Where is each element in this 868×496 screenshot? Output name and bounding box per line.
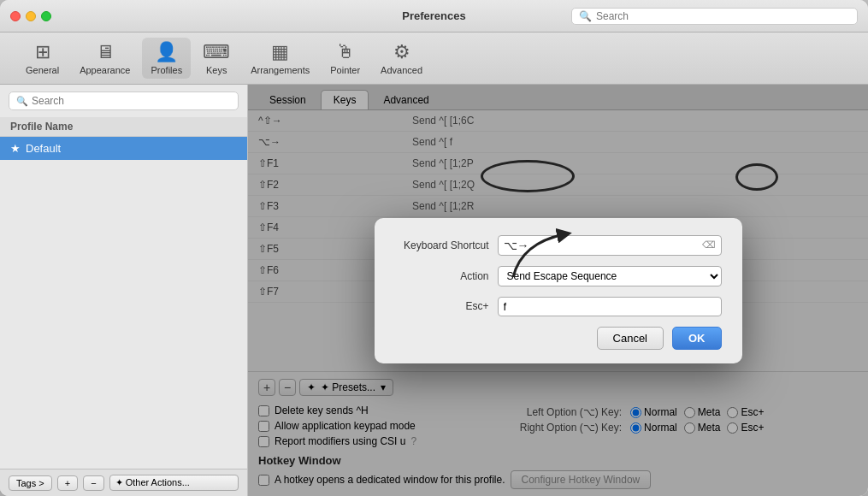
close-button[interactable] [10,11,21,21]
modal-overlay: Keyboard Shortcut ⌥→ ⌫ Action Send Escap… [248,85,868,496]
modal-clear-button[interactable]: ⌫ [702,239,716,251]
modal-shortcut-label: Keyboard Shortcut [395,239,489,251]
sidebar-search-input[interactable] [32,95,231,107]
modal-ok-button[interactable]: OK [672,327,722,350]
toolbar-label-profiles: Profiles [151,65,182,75]
search-icon: 🔍 [579,10,592,22]
minimize-button[interactable] [26,11,36,21]
sidebar-footer: Tags > + − ✦ Other Actions... [0,469,247,496]
toolbar-item-arrangements[interactable]: ▦ Arrangements [242,38,318,79]
toolbar-label-advanced: Advanced [381,65,422,75]
sidebar-search-icon: 🔍 [16,96,28,107]
modal-shortcut-row: Keyboard Shortcut ⌥→ ⌫ [395,235,722,256]
sidebar: 🔍 Profile Name ★ Default Tags > + − ✦ Ot… [0,85,248,496]
maximize-button[interactable] [41,11,51,21]
modal-action-label: Action [395,270,489,282]
window-title: Preferences [402,9,465,22]
modal-dialog: Keyboard Shortcut ⌥→ ⌫ Action Send Escap… [375,218,742,363]
modal-keyboard-field[interactable]: ⌥→ ⌫ [498,235,722,256]
modal-action-select[interactable]: Send Escape Sequence [498,266,722,286]
profile-list: ★ Default [0,137,247,469]
arrangements-icon: ▦ [271,41,289,63]
other-actions-button[interactable]: ✦ Other Actions... [109,475,239,491]
default-star-icon: ★ [10,142,21,155]
profile-name-default: Default [26,142,61,155]
toolbar-label-general: General [26,65,59,75]
toolbar-item-keys[interactable]: ⌨ Keys [194,38,239,79]
traffic-lights [10,11,51,21]
toolbar-label-keys: Keys [206,65,227,75]
main-content: 🔍 Profile Name ★ Default Tags > + − ✦ Ot… [0,85,868,496]
toolbar-label-arrangements: Arrangements [251,65,310,75]
toolbar-item-advanced[interactable]: ⚙ Advanced [372,38,431,79]
remove-profile-button[interactable]: − [83,475,103,491]
tags-button[interactable]: Tags > [9,475,52,491]
sidebar-search-box[interactable]: 🔍 [9,92,239,110]
keys-icon: ⌨ [203,41,230,63]
toolbar-label-pointer: Pointer [330,65,360,75]
modal-action-row: Action Send Escape Sequence [395,266,722,286]
toolbar-item-general[interactable]: ⊞ General [17,38,68,79]
titlebar: Preferences 🔍 [0,0,868,32]
modal-esc-label: Esc+ [395,300,489,312]
modal-keyboard-value: ⌥→ [504,239,529,252]
search-box[interactable]: 🔍 [571,8,858,25]
toolbar-item-appearance[interactable]: 🖥 Appearance [71,38,139,79]
general-icon: ⊞ [35,41,50,63]
modal-esc-input[interactable] [498,297,722,316]
modal-cancel-button[interactable]: Cancel [597,327,664,350]
search-input[interactable] [596,10,850,22]
modal-buttons: Cancel OK [395,327,722,350]
toolbar-item-profiles[interactable]: 👤 Profiles [142,38,191,79]
toolbar: ⊞ General 🖥 Appearance 👤 Profiles ⌨ Keys… [0,32,868,85]
profile-item-default[interactable]: ★ Default [0,137,247,160]
toolbar-item-pointer[interactable]: 🖱 Pointer [322,38,369,79]
profile-list-header: Profile Name [0,117,247,137]
advanced-icon: ⚙ [393,41,410,63]
pointer-icon: 🖱 [336,41,355,63]
right-panel: Session Keys Advanced ^⇧→Send ^[ [1;6C⌥→… [248,85,868,496]
appearance-icon: 🖥 [96,41,115,63]
main-window: Preferences 🔍 ⊞ General 🖥 Appearance 👤 P… [0,0,868,496]
toolbar-label-appearance: Appearance [80,65,130,75]
profiles-icon: 👤 [155,41,178,63]
modal-esc-row: Esc+ [395,297,722,316]
add-profile-button[interactable]: + [57,475,78,491]
